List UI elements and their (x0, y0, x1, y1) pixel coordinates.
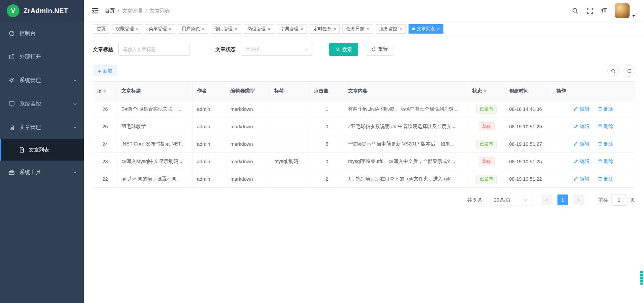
app-root: V ZrAdmin.NET 控制台 外部打开 系统管理 (0, 0, 644, 303)
edit-button[interactable]: 编辑 (574, 123, 589, 130)
user-avatar[interactable] (615, 3, 630, 18)
close-icon[interactable]: × (399, 27, 402, 31)
column-header-title: 文章标题 (121, 88, 141, 93)
tab-item[interactable]: 部门管理 × (211, 24, 241, 34)
cell-author: admin (193, 170, 226, 188)
cell-editor: markdown (226, 118, 270, 135)
cell-author: admin (193, 153, 226, 170)
tab-item[interactable]: 字典管理 × (277, 24, 307, 34)
tab-item[interactable]: 用户角色 × (178, 24, 208, 34)
close-icon[interactable]: × (333, 27, 336, 31)
close-icon[interactable]: × (366, 27, 369, 31)
cell-editor: markdown (226, 100, 270, 118)
close-icon[interactable]: × (235, 27, 237, 31)
add-button[interactable]: + 新增 (93, 66, 117, 76)
edit-button[interactable]: 编辑 (574, 176, 589, 182)
tab-item[interactable]: 任务日志 × (342, 24, 373, 34)
cell-created: 08-19 10:51:22 (505, 170, 552, 188)
breadcrumb-separator: / (145, 8, 147, 14)
app-title: ZrAdmin.NET (23, 7, 68, 15)
page-unit-label: 页 (630, 197, 635, 203)
close-icon[interactable]: × (202, 27, 204, 31)
edit-button[interactable]: 编辑 (574, 158, 589, 165)
tab-label: 用户角色 (181, 26, 200, 32)
page-size-select[interactable]: 20条/页 (490, 194, 532, 206)
close-icon[interactable]: × (301, 27, 303, 31)
close-icon[interactable]: × (437, 27, 440, 31)
delete-button[interactable]: 删除 (598, 106, 613, 112)
font-size-icon[interactable]: tT (601, 7, 607, 14)
fullscreen-icon[interactable] (587, 7, 593, 14)
tab-item[interactable]: 文章列表 × (409, 24, 443, 34)
edit-button[interactable]: 编辑 (574, 141, 589, 147)
close-icon[interactable]: × (136, 27, 139, 31)
trash-icon (598, 176, 602, 181)
tab-item[interactable]: 服务监控 × (376, 24, 406, 34)
page-number-button[interactable]: 1 (557, 194, 568, 205)
article-status-select[interactable]: 请选择 (241, 43, 313, 56)
sidebar-item-article-list[interactable]: 文章列表 (0, 139, 84, 161)
search-button[interactable]: 搜索 (329, 43, 358, 56)
breadcrumb-article-management[interactable]: 文章管理 (122, 8, 142, 14)
sidebar-item-label: 系统监控 (19, 100, 41, 107)
sidebar-collapse-icon[interactable] (91, 7, 99, 14)
search-icon[interactable] (572, 7, 579, 14)
sidebar-menu: 控制台 外部打开 系统管理 系统监控 (0, 21, 84, 184)
delete-button[interactable]: 删除 (598, 158, 613, 165)
sidebar-item-label: 外部打开 (19, 53, 41, 60)
tags-view-bar: 首页 权限管理 × 菜单管理 × 用户角色 (84, 21, 644, 36)
chevron-down-icon (73, 102, 77, 106)
monitor-icon (9, 101, 15, 107)
trash-icon (598, 141, 602, 146)
delete-button[interactable]: 删除 (598, 123, 613, 130)
tab-item[interactable]: 首页 (93, 24, 109, 34)
sidebar-item-external-open[interactable]: 外部打开 (0, 45, 84, 69)
sidebar-item-system-tools[interactable]: 系统工具 (0, 161, 84, 184)
show-search-button[interactable] (607, 65, 619, 77)
chevron-down-icon (73, 170, 77, 175)
status-badge: 草稿 (479, 122, 495, 131)
sort-icons[interactable] (103, 88, 106, 94)
goto-page-input[interactable] (611, 194, 627, 206)
tab-item[interactable]: 菜单管理 × (145, 24, 175, 34)
document-icon (19, 147, 25, 153)
edit-button[interactable]: 编辑 (574, 106, 589, 112)
breadcrumb-home[interactable]: 首页 (105, 8, 115, 14)
sidebar-item-system-monitor[interactable]: 系统监控 (0, 92, 84, 116)
tab-item[interactable]: 定时任务 × (310, 24, 340, 34)
delete-button[interactable]: 删除 (598, 141, 613, 147)
search-icon (335, 47, 340, 52)
filter-title-group: 文章标题 (93, 43, 190, 56)
active-tab-dot (412, 28, 415, 30)
next-page-button[interactable]: > (574, 194, 584, 205)
status-badge: 已发布 (476, 175, 497, 183)
tab-label: 首页 (97, 26, 106, 32)
article-title-label: 文章标题 (93, 46, 113, 53)
user-menu[interactable] (615, 3, 635, 18)
cell-clicks: 1 (310, 100, 344, 118)
sidebar-item-label: 文章管理 (19, 124, 41, 131)
column-header-status: 状态 (472, 88, 482, 94)
reset-button[interactable]: 重置 (366, 43, 393, 56)
article-title-input[interactable] (118, 43, 190, 56)
plus-icon: + (98, 69, 101, 74)
sidebar-item-system-management[interactable]: 系统管理 (0, 69, 84, 92)
delete-button[interactable]: 删除 (598, 176, 613, 182)
tab-item[interactable]: 岗位管理 × (244, 24, 274, 34)
cell-editor: markdown (226, 170, 270, 188)
search-button-label: 搜索 (342, 46, 352, 53)
tab-label: 任务日志 (346, 26, 364, 32)
edit-button-label: 编辑 (580, 158, 589, 165)
close-icon[interactable]: × (169, 27, 171, 31)
refresh-button[interactable] (624, 65, 635, 77)
prev-page-button[interactable]: < (541, 194, 552, 205)
cell-id: 24 (93, 135, 117, 153)
cell-author: admin (193, 135, 226, 153)
sidebar-item-article-management[interactable]: 文章管理 (0, 116, 84, 139)
sort-icons[interactable] (484, 88, 486, 94)
sidebar-item-dashboard[interactable]: 控制台 (0, 21, 84, 45)
close-icon[interactable]: × (268, 27, 270, 31)
tab-item[interactable]: 权限管理 × (112, 24, 142, 34)
scrollbar-thumb[interactable] (640, 271, 643, 285)
column-header-tags: 标签 (274, 88, 284, 93)
